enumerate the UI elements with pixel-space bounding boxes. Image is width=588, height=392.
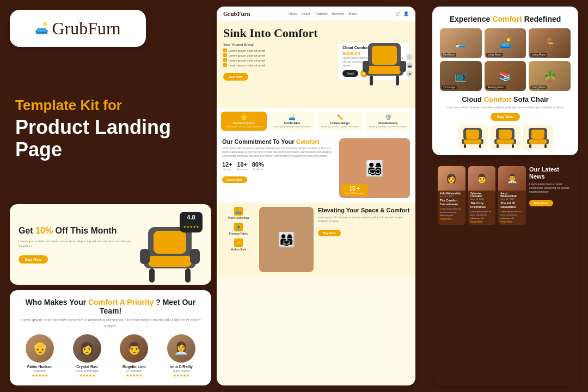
- check-box: ✓: [223, 48, 227, 52]
- svg-rect-13: [479, 144, 481, 148]
- discount-title: Get 10% Off This Month: [19, 225, 132, 236]
- latest-news-title: Our Latest News: [529, 166, 573, 180]
- read-more-3[interactable]: Read More →: [500, 220, 524, 223]
- room-living-2: 🪑 Living Room: [529, 28, 571, 58]
- svg-rect-31: [185, 268, 191, 283]
- hero-nav-links: Home About Features Services Menu: [289, 12, 357, 15]
- room-bed: 🛏️ Bed Room: [440, 28, 482, 58]
- member-rogelio: 👨 Rogelio Lind Sr. Manager ★★★★★: [113, 334, 156, 378]
- check-item-4: ✓ Lorem ipsum dolor sit amet: [223, 63, 334, 67]
- svg-rect-32: [140, 249, 150, 264]
- team-subtitle: Lorem ipsum dolor sit amet consectetur a…: [19, 317, 203, 329]
- discount-card: Get 10% Off This Month Lorem ipsum dolor…: [10, 204, 211, 285]
- left-bottom-section: Get 10% Off This Month Lorem ipsum dolor…: [10, 204, 211, 385]
- news-articles: 👩 Kelly Mahrendelin June 12, 2024 The Co…: [438, 166, 526, 229]
- svg-rect-30: [149, 268, 155, 283]
- feature-comfortable: 🛋️ Comfortable Lorem ipsum dolor sit ame…: [269, 112, 315, 131]
- room-living-1: 🛋️ Living Room: [485, 28, 526, 58]
- cushioning-icon: 🛋️: [234, 207, 243, 216]
- feature-label: Premium Quality: [223, 121, 265, 125]
- latest-buy-btn[interactable]: Buy Now: [529, 200, 553, 206]
- elevating-title: Elevating Your Space & Comfort: [318, 207, 410, 214]
- right-card-dark: 👩 Kelly Mahrendelin June 12, 2024 The Co…: [432, 161, 578, 385]
- fabric-icon: 🧵: [234, 223, 243, 231]
- discount-left: Get 10% Off This Month Lorem ipsum dolor…: [19, 225, 132, 264]
- stat-experience: 10+ Experience: [237, 161, 248, 170]
- room-living-3: 🪴 Living Room: [529, 61, 571, 91]
- check-box: ✓: [223, 58, 227, 62]
- chair-thumb-2: [491, 125, 520, 150]
- svg-rect-21: [531, 130, 544, 139]
- discount-text: Lorem ipsum dolor sit amet consectetur a…: [19, 239, 132, 249]
- news-item-3: 👨‍💼 Aaron Whitesmithein June 12, 2024 Th…: [498, 166, 526, 225]
- premium-icon: ⭐: [223, 114, 265, 120]
- chairs-row: [440, 125, 571, 150]
- feature-desc: Lorem ipsum dolor sit amet consectetur: [271, 125, 313, 128]
- room-tv: 📺 TV Lounge: [440, 61, 482, 91]
- discount-chair-area: 4.8 ★★★★★: [137, 212, 203, 277]
- trusted-brand: Your Trusted Brand: [223, 43, 334, 46]
- read-more-2[interactable]: Read More →: [470, 220, 494, 223]
- features-row: ⭐ Premium Quality Lorem ipsum dolor sit …: [217, 108, 415, 134]
- feature-label: Durable Frame: [367, 121, 409, 125]
- elevating-text: Lorem ipsum dolor sit amet consectetur a…: [318, 216, 410, 224]
- right-card-white: Experience Comfort Redefined 🛏️ Bed Room…: [432, 7, 578, 155]
- news-meta-2: Sylvester Cruiselein June 12, 2024 The C…: [468, 191, 496, 225]
- feature-desc: Lorem ipsum dolor sit amet consectetur: [367, 125, 409, 128]
- hero-title: Sink Into Comfort: [223, 27, 409, 40]
- member-fabio: 👴 Fabio Hudson Chairman ★★★★★: [19, 334, 62, 378]
- svg-rect-19: [512, 144, 514, 148]
- elev-style: ✨ Modern Style: [222, 238, 255, 251]
- hero-buy-now-btn[interactable]: Buy Now: [223, 73, 248, 81]
- svg-rect-27: [154, 231, 186, 254]
- svg-rect-17: [497, 139, 514, 144]
- hero-nav-logo: GrubFurn: [223, 10, 250, 17]
- svg-rect-3: [368, 66, 401, 74]
- learn-more-btn[interactable]: Learn More: [222, 176, 247, 183]
- team-title: Who Makes Your Comfort A Priority ? Meet…: [19, 298, 203, 315]
- latest-news-desc: Lorem ipsum dolor sit amet consectetur a…: [529, 182, 573, 194]
- discount-buy-btn[interactable]: Buy Now: [19, 255, 48, 264]
- news-item-2: 👨 Sylvester Cruiselein June 12, 2024 The…: [468, 166, 496, 225]
- feature-design: ✏️ Unique Design Lorem ipsum dolor sit a…: [317, 112, 363, 131]
- room-grid: 🛏️ Bed Room 🛋️ Living Room 🪑 Living Room…: [440, 28, 571, 91]
- svg-rect-29: [148, 256, 192, 267]
- chair-thumb-1: [458, 125, 488, 150]
- team-members: 👴 Fabio Hudson Chairman ★★★★★ 👩 Crystal …: [19, 334, 203, 378]
- svg-rect-23: [529, 139, 547, 144]
- read-more-1[interactable]: Read More →: [440, 218, 463, 220]
- avatar-irma: 👩‍💼: [167, 334, 195, 363]
- news-content: 👩 Kelly Mahrendelin June 12, 2024 The Co…: [438, 166, 573, 229]
- elevating-buy-btn[interactable]: Buy Now: [318, 230, 341, 236]
- svg-rect-5: [396, 76, 399, 85]
- product-buy-btn[interactable]: Buy Now: [491, 113, 520, 121]
- avatar-rogelio: 👨: [120, 334, 148, 363]
- svg-rect-6: [363, 61, 369, 72]
- elevating-right: Elevating Your Space & Comfort Lorem ips…: [318, 207, 410, 236]
- elevating-section: 🛋️ Plush Cushioning 🧵 Premium Fabric ✨ M…: [217, 203, 415, 277]
- svg-rect-18: [497, 144, 499, 148]
- detail-btn[interactable]: Detail: [342, 70, 358, 77]
- hero-left: Your Trusted Brand ✓ Lorem ipsum dolor s…: [223, 43, 409, 82]
- check-box: ✓: [223, 53, 227, 57]
- design-icon: ✏️: [320, 114, 361, 120]
- commitment-text: Lorem ipsum dolor sit amet consectetur a…: [222, 147, 335, 158]
- check-item-2: ✓ Lorem ipsum dolor sit amet: [223, 53, 334, 57]
- stat-country: 12+ Country: [222, 161, 232, 170]
- feature-desc: Lorem ipsum dolor sit amet consectetur: [223, 125, 265, 128]
- hero-nav-icons: 🛒 👤: [395, 11, 409, 16]
- right-panel: Experience Comfort Redefined 🛏️ Bed Room…: [432, 7, 578, 385]
- svg-rect-15: [499, 130, 512, 139]
- template-kit-title: Product Landing Page: [15, 116, 217, 161]
- comfortable-icon: 🛋️: [271, 114, 313, 120]
- team-card: Who Makes Your Comfort A Priority ? Meet…: [10, 290, 211, 385]
- product-title-right: Cloud Comfort Sofa Chair: [440, 95, 571, 103]
- news-item-1: 👩 Kelly Mahrendelin June 12, 2024 The Co…: [438, 166, 465, 225]
- svg-rect-11: [464, 139, 481, 144]
- svg-rect-25: [544, 144, 547, 148]
- logo-icon: 🛋️: [35, 22, 48, 35]
- check-item-3: ✓ Lorem ipsum dolor sit amet: [223, 58, 334, 62]
- room-reading: 📚 Reading Room: [485, 61, 526, 91]
- svg-rect-33: [190, 249, 200, 264]
- commitment-image: 👨‍👩‍👧‍👦 15 + Years Of Experience: [339, 138, 410, 198]
